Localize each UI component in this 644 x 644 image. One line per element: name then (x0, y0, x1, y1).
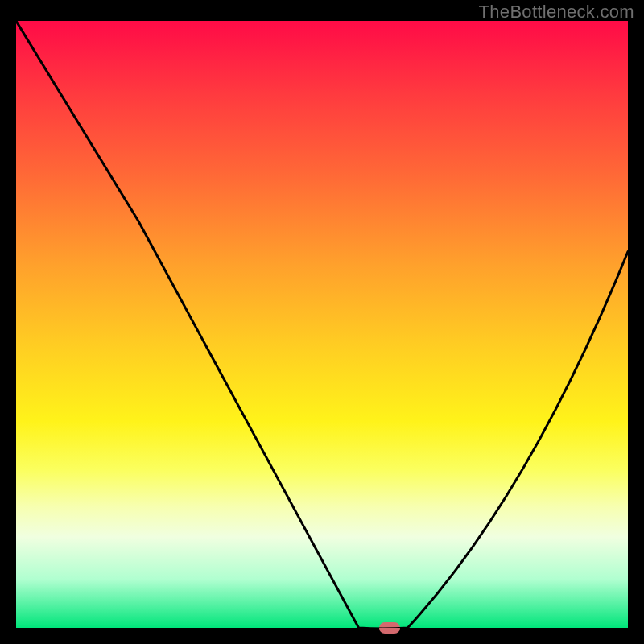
plot-area (16, 21, 628, 628)
watermark-label: TheBottleneck.com (479, 2, 634, 23)
curve-svg (16, 21, 628, 628)
bottleneck-curve (16, 21, 628, 628)
chart-container: TheBottleneck.com (0, 0, 644, 644)
